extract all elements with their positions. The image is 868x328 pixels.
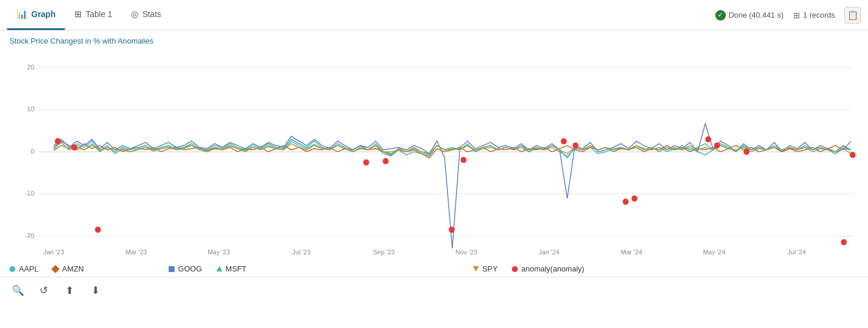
svg-text:Jul '24: Jul '24 [787, 249, 805, 256]
svg-text:Nov '23: Nov '23 [456, 249, 478, 256]
tab-table1-label: Table 1 [86, 9, 112, 19]
svg-point-24 [383, 158, 389, 164]
tab-stats-label: Stats [142, 9, 161, 19]
upload-button[interactable]: ⬆ [61, 282, 78, 299]
msft-dot [216, 266, 222, 271]
anomaly-dot [512, 266, 518, 272]
svg-point-34 [841, 239, 847, 246]
svg-point-22 [95, 227, 101, 233]
records-label: 1 records [803, 11, 835, 19]
svg-text:Sep '23: Sep '23 [373, 249, 395, 256]
svg-point-23 [363, 159, 369, 165]
svg-text:May '24: May '24 [703, 249, 725, 256]
svg-text:Mar '24: Mar '24 [621, 249, 642, 256]
spy-label: SPY [482, 264, 498, 273]
done-label: Done (40.441 s) [729, 11, 784, 19]
legend-row-1: AAPL AMZN GOOG MSFT SPY anomaly(anomaly) [9, 264, 584, 273]
aapl-label: AAPL [19, 264, 38, 273]
svg-point-32 [714, 143, 720, 149]
amzn-dot [51, 264, 60, 273]
legend-amzn: AMZN [52, 264, 84, 273]
legend-area: AAPL AMZN GOOG MSFT SPY anomaly(anomaly) [0, 261, 868, 277]
svg-point-27 [561, 138, 567, 144]
tab-table1[interactable]: ⊞ Table 1 [65, 0, 121, 30]
copy-button[interactable]: 📋 [844, 7, 861, 24]
amzn-label: AMZN [62, 264, 84, 273]
done-icon: ✓ [715, 10, 726, 21]
svg-text:0: 0 [31, 148, 34, 155]
svg-point-33 [744, 148, 749, 155]
svg-point-31 [705, 136, 711, 143]
stats-icon: ◎ [131, 9, 139, 19]
tab-graph-label: Graph [31, 9, 55, 19]
svg-text:Jul '23: Jul '23 [292, 249, 310, 256]
svg-point-35 [850, 152, 856, 158]
refresh-button[interactable]: ↺ [35, 282, 52, 299]
toolbar: 🔍 ↺ ⬆ ⬇ [0, 277, 868, 303]
download-icon: ⬇ [91, 284, 100, 297]
svg-text:-20: -20 [25, 232, 34, 239]
svg-point-30 [632, 196, 637, 202]
refresh-icon: ↺ [40, 284, 48, 297]
records-badge: ⊞ 1 records [793, 11, 835, 20]
legend-spy: SPY [473, 264, 498, 273]
search-button[interactable]: 🔍 [9, 282, 26, 299]
done-badge: ✓ Done (40.441 s) [715, 10, 784, 21]
search-icon: 🔍 [12, 284, 24, 297]
upload-icon: ⬆ [65, 284, 74, 297]
download-button[interactable]: ⬇ [87, 282, 104, 299]
svg-text:20: 20 [27, 64, 34, 71]
legend-goog: GOOG [169, 264, 202, 273]
top-bar: 📊 Graph ⊞ Table 1 ◎ Stats ✓ Done (40.441… [0, 0, 868, 31]
tab-graph[interactable]: 📊 Graph [7, 0, 65, 30]
tab-stats[interactable]: ◎ Stats [121, 0, 170, 30]
legend-anomaly: anomaly(anomaly) [512, 264, 584, 273]
svg-text:-10: -10 [25, 190, 34, 197]
aapl-dot [9, 266, 15, 272]
spy-dot [473, 266, 479, 271]
svg-point-25 [449, 227, 455, 233]
chart-container: 20 10 0 -10 -20 Jan '23 Mar '23 May '23 … [9, 49, 859, 261]
svg-text:May '23: May '23 [208, 249, 230, 256]
svg-text:Jan '24: Jan '24 [538, 249, 559, 256]
legend-msft: MSFT [216, 264, 246, 273]
chart-area: Stock Price Changest in % with Anomalies… [0, 31, 868, 261]
chart-title: Stock Price Changest in % with Anomalies [9, 37, 859, 45]
goog-label: GOOG [178, 264, 202, 273]
legend-aapl: AAPL [9, 264, 38, 273]
svg-point-29 [623, 198, 629, 205]
anomaly-label: anomaly(anomaly) [521, 264, 584, 273]
chart-svg: 20 10 0 -10 -20 Jan '23 Mar '23 May '23 … [9, 49, 859, 261]
svg-text:Mar '23: Mar '23 [126, 249, 147, 256]
records-icon: ⊞ [793, 11, 800, 20]
status-area: ✓ Done (40.441 s) ⊞ 1 records 📋 [715, 7, 861, 24]
svg-text:Jan '23: Jan '23 [43, 249, 64, 256]
svg-point-28 [573, 143, 578, 149]
msft-label: MSFT [226, 264, 246, 273]
graph-icon: 📊 [17, 9, 28, 19]
svg-text:10: 10 [27, 105, 34, 112]
svg-point-21 [71, 144, 77, 151]
svg-point-20 [55, 138, 61, 144]
goog-dot [169, 266, 175, 272]
svg-point-26 [461, 157, 466, 163]
table-icon: ⊞ [74, 9, 82, 19]
